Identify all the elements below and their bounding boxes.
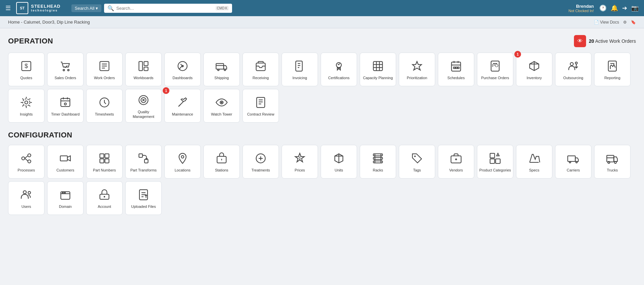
- tile-reporting[interactable]: Reporting: [594, 53, 631, 86]
- tile-tags[interactable]: Tags: [399, 145, 435, 179]
- treatments-icon: [253, 151, 268, 166]
- tile-vendors[interactable]: Vendors: [438, 145, 474, 179]
- svg-point-15: [224, 69, 226, 71]
- active-orders-label: Active Work Orders: [595, 38, 636, 44]
- tile-sales-orders[interactable]: Sales Orders: [47, 53, 84, 86]
- svg-rect-73: [144, 159, 148, 163]
- tile-maintenance[interactable]: 1Maintenance: [164, 89, 201, 123]
- tile-stations[interactable]: Stations: [203, 145, 240, 179]
- tile-inventory[interactable]: 1Inventory: [516, 53, 552, 86]
- part-numbers-label: Part Numbers: [92, 168, 117, 172]
- header-right: Brendan Not Clocked In! 🕐 🔔 ➔ 📷: [569, 4, 639, 13]
- tile-customers[interactable]: Customers: [47, 145, 84, 179]
- timer-dashboard-icon: [58, 95, 73, 110]
- tile-work-orders[interactable]: Work Orders: [86, 53, 123, 86]
- svg-point-99: [614, 161, 616, 163]
- svg-point-95: [569, 161, 571, 163]
- logo: ST STEELHEAD technologies: [16, 2, 61, 14]
- tile-timer-dashboard[interactable]: Timer Dashboard: [47, 89, 84, 123]
- tags-icon: [410, 151, 424, 166]
- tile-capacity-planning[interactable]: Capacity Planning: [360, 53, 396, 86]
- tile-units[interactable]: Units: [321, 145, 357, 179]
- inventory-label: Inventory: [525, 75, 543, 80]
- tile-contract-review[interactable]: Contract Review: [243, 89, 279, 123]
- tile-schedules[interactable]: Schedules: [438, 53, 474, 86]
- user-status: Not Clocked In!: [569, 9, 594, 13]
- svg-text:$: $: [299, 156, 301, 160]
- tile-prioritization[interactable]: Prioritization: [399, 53, 435, 86]
- bookmark-button[interactable]: 🔖: [631, 20, 636, 25]
- camera-icon[interactable]: 📷: [631, 4, 639, 12]
- tile-domain[interactable]: Domain: [47, 181, 84, 215]
- eye-button[interactable]: 👁: [574, 35, 586, 47]
- tile-prices[interactable]: $Prices: [282, 145, 318, 179]
- search-input[interactable]: [116, 6, 216, 11]
- chevron-down-icon: ▾: [96, 6, 98, 11]
- tile-treatments[interactable]: Treatments: [243, 145, 279, 179]
- quotes-icon: $: [19, 59, 34, 73]
- tile-workboards[interactable]: Workboards: [125, 53, 162, 86]
- svg-rect-94: [568, 156, 576, 161]
- menu-icon[interactable]: ☰: [5, 4, 11, 12]
- insights-icon: [19, 95, 34, 110]
- purchase-orders-label: Purchase Orders: [480, 75, 510, 80]
- gear-icon: ⚙: [623, 20, 627, 25]
- processes-icon: [19, 151, 34, 166]
- svg-line-66: [25, 158, 28, 161]
- svg-rect-92: [490, 153, 495, 158]
- tile-racks[interactable]: Racks: [360, 145, 396, 179]
- tile-receiving[interactable]: Receiving: [243, 53, 279, 86]
- tile-shipping[interactable]: Shipping: [203, 53, 240, 86]
- inventory-icon: [527, 59, 542, 73]
- search-shortcut: CMD K: [216, 6, 229, 10]
- trucks-label: Trucks: [606, 168, 619, 172]
- view-docs-button[interactable]: 📄 View Docs: [594, 20, 619, 25]
- configuration-tiles-grid: ProcessesCustomersPart NumbersPart Trans…: [8, 145, 636, 215]
- tile-specs[interactable]: Specs: [516, 145, 552, 179]
- tile-insights[interactable]: Insights: [8, 89, 44, 123]
- svg-line-65: [25, 156, 28, 158]
- tile-timesheets[interactable]: Timesheets: [86, 89, 123, 123]
- logo-text: STEELHEAD technologies: [31, 4, 61, 12]
- svg-text:$: $: [25, 63, 28, 69]
- tile-product-categories[interactable]: Product Categories: [477, 145, 513, 179]
- tile-purchase-orders[interactable]: POPurchase Orders: [477, 53, 513, 86]
- tile-account[interactable]: Account: [86, 181, 123, 215]
- search-all-button[interactable]: Search All ▾: [71, 4, 102, 12]
- breadcrumb-actions: 📄 View Docs ⚙ 🔖: [594, 20, 636, 25]
- svg-point-98: [608, 161, 610, 163]
- tile-outsourcing[interactable]: Outsourcing: [555, 53, 591, 86]
- contract-review-label: Contract Review: [246, 112, 276, 117]
- tile-watch-tower[interactable]: Watch Tower: [203, 89, 240, 123]
- tile-certifications[interactable]: Certifications: [321, 53, 357, 86]
- tile-trucks[interactable]: Trucks: [594, 145, 631, 179]
- operation-title: OPERATION: [8, 37, 53, 45]
- tile-quality-management[interactable]: Quality Management: [125, 89, 162, 123]
- clock-icon[interactable]: 🕐: [599, 4, 607, 12]
- svg-point-45: [23, 99, 30, 106]
- svg-rect-70: [100, 159, 104, 163]
- tile-invoicing[interactable]: Invoicing: [282, 53, 318, 86]
- tile-uploaded-files[interactable]: Uploaded Files: [125, 181, 162, 215]
- tile-processes[interactable]: Processes: [8, 145, 44, 179]
- tile-dashboards[interactable]: Dashboards: [164, 53, 201, 86]
- tile-quotes[interactable]: $Quotes: [8, 53, 44, 86]
- tile-carriers[interactable]: Carriers: [555, 145, 591, 179]
- svg-rect-69: [105, 154, 109, 158]
- svg-rect-8: [139, 61, 143, 70]
- svg-rect-17: [256, 63, 265, 71]
- svg-line-55: [179, 104, 181, 106]
- specs-icon: [527, 151, 542, 166]
- tile-locations[interactable]: Locations: [164, 145, 201, 179]
- customers-label: Customers: [55, 168, 75, 172]
- bell-icon[interactable]: 🔔: [611, 4, 618, 12]
- tile-part-numbers[interactable]: Part Numbers: [86, 145, 123, 179]
- logout-icon[interactable]: ➔: [622, 4, 627, 12]
- units-label: Units: [333, 168, 344, 172]
- tile-part-transforms[interactable]: Part Transforms: [125, 145, 162, 179]
- settings-button[interactable]: ⚙: [623, 20, 627, 25]
- tile-users[interactable]: Users: [8, 181, 44, 215]
- svg-rect-90: [490, 159, 495, 163]
- treatments-label: Treatments: [250, 168, 271, 172]
- timer-dashboard-label: Timer Dashboard: [50, 112, 81, 117]
